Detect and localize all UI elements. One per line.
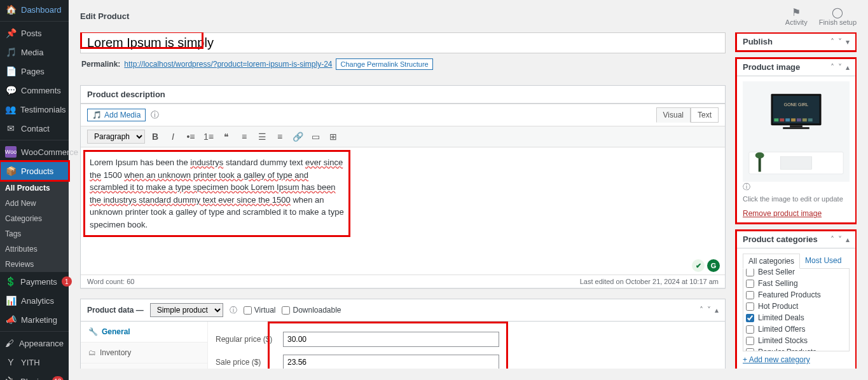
number-list-button[interactable]: 1≡: [201, 129, 216, 144]
sidebar-item-pages[interactable]: 📄Pages: [0, 62, 69, 81]
activity-button[interactable]: ⚑Activity: [785, 6, 808, 26]
image-help-icon[interactable]: ⓘ: [743, 182, 750, 191]
pd-tab-shipping[interactable]: 🚚Shipping: [81, 363, 207, 369]
link-button[interactable]: 🔗: [290, 129, 305, 144]
submenu-all-products[interactable]: All Products: [0, 180, 69, 196]
finish-setup-icon: ◯: [832, 6, 843, 18]
category-checkbox[interactable]: [746, 302, 754, 311]
category-label: Hot Product: [758, 302, 798, 311]
product-image-thumbnail[interactable]: GONE GIRL: [743, 81, 850, 182]
help-icon[interactable]: ⓘ: [230, 305, 237, 316]
submenu-reviews[interactable]: Reviews: [0, 257, 69, 272]
product-image-box: Product image ˄˅▴ GONE GIRL: [736, 58, 857, 224]
submenu-tags[interactable]: Tags: [0, 226, 69, 241]
product-type-select[interactable]: Simple product: [150, 303, 223, 317]
cat-tab-most-used[interactable]: Most Used: [800, 254, 846, 268]
sidebar-item-appearance[interactable]: 🖌Appearance: [0, 334, 69, 353]
sidebar-item-contact[interactable]: ✉Contact: [0, 119, 69, 138]
svg-point-16: [755, 153, 764, 159]
add-new-category-link[interactable]: + Add new category: [743, 351, 810, 365]
more-button[interactable]: ▭: [308, 129, 323, 144]
activity-icon: ⚑: [792, 6, 801, 18]
submenu-attributes[interactable]: Attributes: [0, 241, 69, 257]
caret-icon[interactable]: ▴: [846, 63, 850, 72]
sidebar-item-yith[interactable]: YYITH: [0, 353, 69, 372]
help-icon[interactable]: ⓘ: [151, 109, 159, 121]
ai-badge-1[interactable]: ✔: [692, 259, 705, 272]
permalink-url[interactable]: http://localhost/wordpress/?product=lore…: [124, 60, 332, 69]
editor-body[interactable]: Lorem Ipsum has been the industrys stand…: [81, 147, 725, 275]
permalink-label: Permalink:: [81, 60, 120, 69]
category-item[interactable]: Fast Selling: [746, 278, 846, 289]
category-checkbox[interactable]: [746, 325, 754, 334]
sidebar-item-dashboard[interactable]: 🏠Dashboard: [0, 0, 69, 19]
sidebar-item-media[interactable]: 🎵Media: [0, 43, 69, 62]
svg-rect-8: [785, 118, 790, 121]
bold-button[interactable]: B: [148, 129, 163, 144]
category-item[interactable]: Best Seller: [746, 269, 846, 278]
category-item[interactable]: Featured Products: [746, 289, 846, 301]
tv-stand-image: GONE GIRL: [743, 81, 850, 182]
cat-tab-all[interactable]: All categories: [743, 254, 800, 269]
chevron-up-icon[interactable]: ˄: [699, 306, 703, 315]
category-item[interactable]: Hot Product: [746, 301, 846, 312]
category-checkbox[interactable]: [746, 291, 754, 299]
category-label: Best Seller: [758, 269, 795, 276]
svg-rect-7: [780, 118, 784, 121]
sidebar-item-comments[interactable]: 💬Comments: [0, 81, 69, 100]
format-select[interactable]: Paragraph: [87, 130, 145, 144]
submenu-categories[interactable]: Categories: [0, 211, 69, 226]
change-permalink-button[interactable]: Change Permalink Structure: [336, 58, 432, 70]
chevron-down-icon[interactable]: ˅: [838, 63, 842, 72]
sidebar-item-woocommerce[interactable]: WooWooCommerce: [0, 142, 69, 161]
svg-rect-12: [808, 118, 813, 121]
caret-icon[interactable]: ▴: [715, 306, 719, 315]
pd-tab-general[interactable]: 🔧General: [81, 322, 207, 343]
category-label: Fast Selling: [758, 279, 798, 288]
chevron-up-icon[interactable]: ˄: [830, 37, 834, 46]
category-list[interactable]: Best SellerFast SellingFeatured Products…: [743, 269, 850, 351]
bullet-list-button[interactable]: •≡: [183, 129, 198, 144]
chevron-up-icon[interactable]: ˄: [830, 235, 834, 244]
virtual-checkbox[interactable]: Virtual: [244, 306, 276, 315]
category-checkbox[interactable]: [746, 314, 754, 322]
yith-icon: Y: [5, 356, 17, 368]
category-item[interactable]: Limited Deals: [746, 312, 846, 323]
pd-tab-inventory[interactable]: 🗂Inventory: [81, 343, 207, 363]
caret-icon[interactable]: ▾: [846, 37, 850, 46]
category-item[interactable]: Limited Stocks: [746, 335, 846, 346]
ai-badge-2[interactable]: G: [707, 259, 720, 272]
plugins-icon: 🔌: [5, 376, 16, 380]
category-item[interactable]: Popular Products: [746, 346, 846, 351]
chevron-down-icon[interactable]: ˅: [838, 235, 842, 244]
remove-product-image-link[interactable]: Remove product image: [743, 209, 822, 218]
italic-button[interactable]: I: [165, 129, 181, 144]
sidebar-item-marketing[interactable]: 📣Marketing: [0, 310, 69, 329]
category-checkbox[interactable]: [746, 280, 754, 288]
align-center-button[interactable]: ☰: [254, 129, 270, 144]
editor-tab-text[interactable]: Text: [691, 107, 719, 123]
align-left-button[interactable]: ≡: [237, 129, 252, 144]
downloadable-checkbox[interactable]: Downloadable: [282, 306, 341, 315]
chevron-up-icon[interactable]: ˄: [830, 63, 834, 72]
sidebar-item-products[interactable]: 📦Products: [0, 161, 69, 180]
chevron-down-icon[interactable]: ˅: [707, 306, 711, 315]
submenu-add-new[interactable]: Add New: [0, 196, 69, 211]
sidebar-item-analytics[interactable]: 📊Analytics: [0, 291, 69, 310]
caret-icon[interactable]: ▴: [846, 235, 850, 244]
add-media-button[interactable]: 🎵Add Media: [87, 109, 146, 121]
toolbar-toggle-button[interactable]: ⊞: [326, 129, 341, 144]
finish-setup-button[interactable]: ◯Finish setup: [819, 6, 857, 26]
sidebar-item-payments[interactable]: 💲Payments1: [0, 272, 69, 291]
svg-text:GONE GIRL: GONE GIRL: [784, 102, 809, 107]
category-checkbox[interactable]: [746, 337, 754, 345]
quote-button[interactable]: ❝: [219, 129, 234, 144]
sidebar-item-posts[interactable]: 📌Posts: [0, 24, 69, 43]
category-item[interactable]: Limited Offers: [746, 323, 846, 335]
align-right-button[interactable]: ≡: [272, 129, 287, 144]
sidebar-item-plugins[interactable]: 🔌Plugins13: [0, 372, 69, 380]
chevron-down-icon[interactable]: ˅: [838, 37, 842, 46]
category-checkbox[interactable]: [746, 269, 754, 276]
editor-tab-visual[interactable]: Visual: [656, 107, 691, 123]
sidebar-item-testimonials[interactable]: 👥Testimonials: [0, 100, 69, 119]
